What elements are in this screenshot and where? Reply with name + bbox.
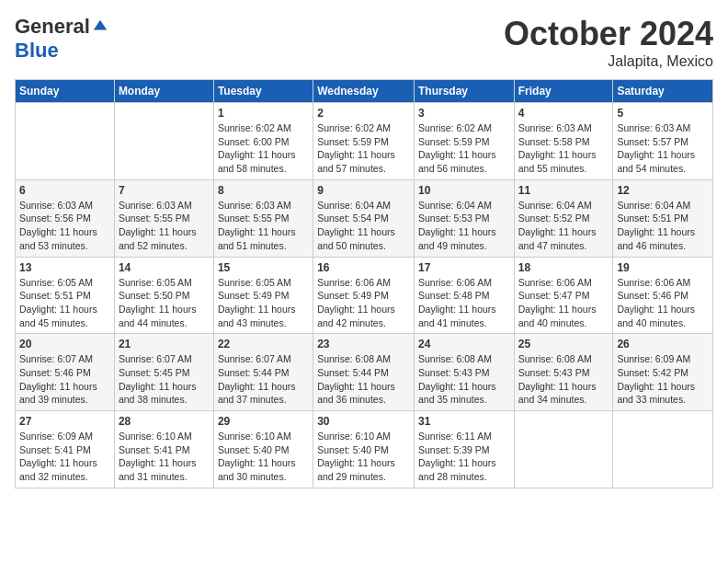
table-row: 20 Sunrise: 6:07 AMSunset: 5:46 PMDaylig… [16, 334, 115, 411]
day-info: Sunrise: 6:07 AMSunset: 5:45 PMDaylight:… [119, 352, 210, 407]
day-info: Sunrise: 6:03 AMSunset: 5:55 PMDaylight:… [218, 199, 309, 253]
day-number: 20 [19, 338, 110, 350]
day-number: 19 [617, 261, 709, 274]
table-row: 7 Sunrise: 6:03 AMSunset: 5:55 PMDayligh… [114, 179, 213, 257]
day-number: 8 [218, 184, 309, 197]
calendar-week-row: 1 Sunrise: 6:02 AMSunset: 6:00 PMDayligh… [16, 103, 713, 180]
day-info: Sunrise: 6:06 AMSunset: 5:48 PMDaylight:… [418, 276, 510, 330]
table-row: 6 Sunrise: 6:03 AMSunset: 5:56 PMDayligh… [16, 179, 115, 257]
day-number: 5 [617, 107, 709, 120]
table-row: 8 Sunrise: 6:03 AMSunset: 5:55 PMDayligh… [213, 179, 313, 257]
table-row: 25 Sunrise: 6:08 AMSunset: 5:43 PMDaylig… [514, 334, 613, 411]
calendar-week-row: 13 Sunrise: 6:05 AMSunset: 5:51 PMDaylig… [16, 257, 713, 334]
table-row: 4 Sunrise: 6:03 AMSunset: 5:58 PMDayligh… [514, 103, 613, 180]
table-row [114, 103, 213, 180]
day-info: Sunrise: 6:08 AMSunset: 5:44 PMDaylight:… [317, 352, 410, 407]
table-row: 16 Sunrise: 6:06 AMSunset: 5:49 PMDaylig… [313, 257, 415, 334]
header-wednesday: Wednesday [313, 80, 415, 103]
title-area: October 2024 Jalapita, Mexico [504, 15, 713, 70]
day-info: Sunrise: 6:09 AMSunset: 5:41 PMDaylight:… [19, 430, 110, 484]
day-number: 21 [119, 338, 210, 350]
calendar-week-row: 20 Sunrise: 6:07 AMSunset: 5:46 PMDaylig… [16, 334, 713, 411]
header-tuesday: Tuesday [213, 80, 313, 103]
day-info: Sunrise: 6:03 AMSunset: 5:57 PMDaylight:… [617, 121, 709, 176]
table-row: 26 Sunrise: 6:09 AMSunset: 5:42 PMDaylig… [613, 334, 713, 411]
table-row [514, 411, 613, 488]
day-number: 29 [218, 415, 309, 428]
day-number: 11 [518, 184, 609, 197]
day-number: 22 [218, 338, 309, 350]
calendar-header-row: Sunday Monday Tuesday Wednesday Thursday… [16, 80, 713, 103]
day-info: Sunrise: 6:06 AMSunset: 5:49 PMDaylight:… [317, 276, 410, 330]
table-row: 28 Sunrise: 6:10 AMSunset: 5:41 PMDaylig… [114, 411, 213, 488]
day-info: Sunrise: 6:07 AMSunset: 5:46 PMDaylight:… [19, 352, 110, 407]
day-info: Sunrise: 6:06 AMSunset: 5:47 PMDaylight:… [518, 276, 609, 330]
month-title: October 2024 [504, 15, 713, 53]
table-row: 22 Sunrise: 6:07 AMSunset: 5:44 PMDaylig… [213, 334, 313, 411]
day-info: Sunrise: 6:05 AMSunset: 5:50 PMDaylight:… [119, 276, 210, 330]
table-row: 23 Sunrise: 6:08 AMSunset: 5:44 PMDaylig… [313, 334, 415, 411]
day-number: 3 [418, 107, 510, 120]
calendar-week-row: 27 Sunrise: 6:09 AMSunset: 5:41 PMDaylig… [16, 411, 713, 488]
logo-general-text: General [15, 15, 90, 39]
table-row: 13 Sunrise: 6:05 AMSunset: 5:51 PMDaylig… [16, 257, 115, 334]
table-row: 24 Sunrise: 6:08 AMSunset: 5:43 PMDaylig… [414, 334, 514, 411]
calendar-week-row: 6 Sunrise: 6:03 AMSunset: 5:56 PMDayligh… [16, 179, 713, 257]
logo: General Blue [15, 15, 108, 63]
header-monday: Monday [114, 80, 213, 103]
svg-marker-0 [94, 20, 107, 30]
day-number: 4 [518, 107, 609, 120]
day-number: 24 [418, 338, 510, 350]
header-friday: Friday [514, 80, 613, 103]
day-number: 17 [418, 261, 510, 274]
table-row: 14 Sunrise: 6:05 AMSunset: 5:50 PMDaylig… [114, 257, 213, 334]
table-row [16, 103, 115, 180]
table-row [613, 411, 713, 488]
day-info: Sunrise: 6:11 AMSunset: 5:39 PMDaylight:… [418, 430, 510, 484]
page-header: General Blue October 2024 Jalapita, Mexi… [15, 15, 713, 70]
day-number: 30 [317, 415, 410, 428]
day-info: Sunrise: 6:02 AMSunset: 5:59 PMDaylight:… [418, 121, 510, 176]
table-row: 12 Sunrise: 6:04 AMSunset: 5:51 PMDaylig… [613, 179, 713, 257]
table-row: 30 Sunrise: 6:10 AMSunset: 5:40 PMDaylig… [313, 411, 415, 488]
header-sunday: Sunday [16, 80, 115, 103]
header-thursday: Thursday [414, 80, 514, 103]
day-info: Sunrise: 6:03 AMSunset: 5:56 PMDaylight:… [19, 199, 110, 253]
table-row: 3 Sunrise: 6:02 AMSunset: 5:59 PMDayligh… [414, 103, 514, 180]
table-row: 2 Sunrise: 6:02 AMSunset: 5:59 PMDayligh… [313, 103, 415, 180]
location-title: Jalapita, Mexico [504, 53, 713, 70]
day-info: Sunrise: 6:08 AMSunset: 5:43 PMDaylight:… [418, 352, 510, 407]
day-number: 13 [19, 261, 110, 274]
day-info: Sunrise: 6:04 AMSunset: 5:54 PMDaylight:… [317, 199, 410, 253]
logo-icon [92, 18, 108, 35]
day-info: Sunrise: 6:04 AMSunset: 5:51 PMDaylight:… [617, 199, 709, 253]
day-info: Sunrise: 6:05 AMSunset: 5:49 PMDaylight:… [218, 276, 309, 330]
header-saturday: Saturday [613, 80, 713, 103]
day-number: 31 [418, 415, 510, 428]
table-row: 9 Sunrise: 6:04 AMSunset: 5:54 PMDayligh… [313, 179, 415, 257]
day-number: 6 [19, 184, 110, 197]
table-row: 15 Sunrise: 6:05 AMSunset: 5:49 PMDaylig… [213, 257, 313, 334]
day-info: Sunrise: 6:08 AMSunset: 5:43 PMDaylight:… [518, 352, 609, 407]
table-row: 11 Sunrise: 6:04 AMSunset: 5:52 PMDaylig… [514, 179, 613, 257]
day-info: Sunrise: 6:04 AMSunset: 5:52 PMDaylight:… [518, 199, 609, 253]
day-number: 27 [19, 415, 110, 428]
day-number: 25 [518, 338, 609, 350]
day-info: Sunrise: 6:04 AMSunset: 5:53 PMDaylight:… [418, 199, 510, 253]
day-info: Sunrise: 6:07 AMSunset: 5:44 PMDaylight:… [218, 352, 309, 407]
day-number: 14 [119, 261, 210, 274]
table-row: 1 Sunrise: 6:02 AMSunset: 6:00 PMDayligh… [213, 103, 313, 180]
day-number: 15 [218, 261, 309, 274]
table-row: 29 Sunrise: 6:10 AMSunset: 5:40 PMDaylig… [213, 411, 313, 488]
day-number: 2 [317, 107, 410, 120]
day-info: Sunrise: 6:02 AMSunset: 6:00 PMDaylight:… [218, 121, 309, 176]
table-row: 5 Sunrise: 6:03 AMSunset: 5:57 PMDayligh… [613, 103, 713, 180]
table-row: 21 Sunrise: 6:07 AMSunset: 5:45 PMDaylig… [114, 334, 213, 411]
day-number: 12 [617, 184, 709, 197]
day-info: Sunrise: 6:10 AMSunset: 5:40 PMDaylight:… [317, 430, 410, 484]
day-number: 26 [617, 338, 709, 350]
day-number: 28 [119, 415, 210, 428]
day-number: 23 [317, 338, 410, 350]
day-number: 7 [119, 184, 210, 197]
table-row: 27 Sunrise: 6:09 AMSunset: 5:41 PMDaylig… [16, 411, 115, 488]
